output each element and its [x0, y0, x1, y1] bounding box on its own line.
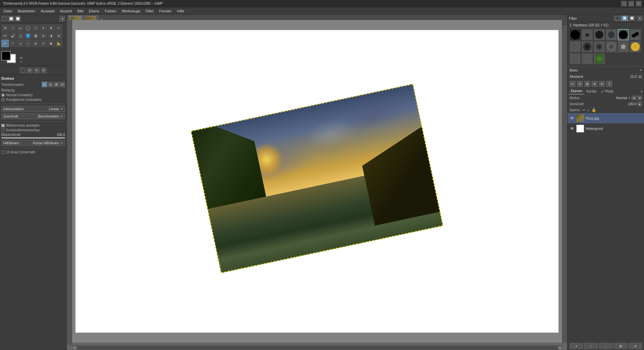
tool-perspective[interactable]: ⟡: [24, 40, 32, 47]
tool-measure[interactable]: 📐: [55, 40, 62, 47]
menu-hilfe[interactable]: Hilfe: [175, 8, 187, 14]
bottom-scroll[interactable]: ◂ ▸: [72, 345, 562, 350]
layer-new-btn[interactable]: +: [570, 343, 583, 349]
tool-bucket[interactable]: 🪣: [24, 32, 32, 39]
tool-rotate[interactable]: ↻: [1, 40, 9, 47]
modus-btn-1[interactable]: ⊕: [632, 96, 636, 100]
sperre-icon-lock[interactable]: 🔒: [592, 108, 596, 112]
brush-3[interactable]: [594, 29, 605, 40]
transform-btn-4[interactable]: ⊡: [60, 82, 65, 87]
brush-8[interactable]: [582, 41, 593, 52]
tool-select-rect[interactable]: ▭: [17, 24, 24, 32]
toolbox-tab-2[interactable]: ⬜: [8, 16, 14, 22]
menu-farben[interactable]: Farben: [103, 8, 119, 14]
modus-btn-2[interactable]: ⊗: [637, 96, 642, 100]
edit-icon-btn[interactable]: ✏: [570, 81, 576, 87]
refresh-icon-btn[interactable]: ↻: [599, 81, 605, 87]
tool-select-fuzzy[interactable]: ✦: [40, 24, 47, 32]
tool-eraser[interactable]: ◻: [17, 32, 24, 39]
menu-bearbeiten[interactable]: Bearbeiten: [15, 8, 38, 14]
brush-12[interactable]: [630, 41, 641, 52]
layer-eye-fluss[interactable]: 👁: [570, 116, 575, 121]
close-button[interactable]: ✕: [636, 1, 641, 6]
abstand-spin-up[interactable]: ▲: [638, 75, 642, 78]
scroll-track[interactable]: [77, 347, 557, 349]
tool-select-color[interactable]: ❖: [47, 24, 55, 32]
tool-smudge[interactable]: ⊕: [40, 32, 47, 39]
tool-paintbrush[interactable]: 🖌: [9, 32, 16, 39]
canvas-viewport[interactable]: [72, 20, 562, 343]
komposition-row[interactable]: Kompositionsvorschau: [1, 128, 65, 132]
menu-fenster[interactable]: Fenster: [157, 8, 174, 14]
rotated-image[interactable]: [191, 84, 443, 273]
tab-kanaele[interactable]: Kanäle: [584, 89, 599, 94]
tool-select-ellipse[interactable]: ◯: [24, 24, 32, 32]
layer-raise-btn[interactable]: ↑: [584, 343, 598, 349]
toolbox-bottom-2[interactable]: ↺: [27, 67, 33, 73]
tab-pfade[interactable]: 🖊 Pfade: [599, 89, 616, 94]
brush-7[interactable]: ░░░░: [570, 41, 581, 52]
tool-scale[interactable]: ⤢: [9, 40, 16, 47]
tool-shear[interactable]: ⊿: [17, 40, 24, 47]
bilddeckkraft-track[interactable]: [1, 137, 65, 139]
brush-9[interactable]: [594, 41, 605, 52]
tool-scissors[interactable]: ✂: [55, 24, 62, 32]
layer-item-fluss[interactable]: 👁 Fluss.jpg: [568, 113, 644, 124]
tool-clone[interactable]: ⊗: [55, 32, 62, 39]
minimize-button[interactable]: ─: [621, 1, 627, 6]
tool-select-free[interactable]: ⬡: [32, 24, 39, 32]
toolbox-tab-3[interactable]: ⬜: [15, 16, 21, 22]
toolbox-tab-1[interactable]: ⬛: [1, 16, 7, 22]
right-panel-tab-2[interactable]: ⬜: [621, 16, 628, 21]
scroll-left-btn[interactable]: ◂: [72, 346, 77, 350]
layer-tab-expand[interactable]: ▸: [641, 90, 643, 93]
radio-normal-row[interactable]: Normal (vorwärts): [1, 93, 65, 97]
layer-item-hintergrund[interactable]: 👁 Hintergrund: [568, 124, 644, 134]
brush-4[interactable]: [606, 29, 617, 40]
foreground-color-box[interactable]: [1, 51, 11, 60]
export-icon-btn[interactable]: ⤒: [606, 81, 612, 87]
duplicate-icon-btn[interactable]: ⊞: [584, 81, 590, 87]
hilfslinien-dropdown[interactable]: Hilfslinien Keine Hilfslinien ▼: [1, 140, 65, 146]
maximize-button[interactable]: □: [629, 1, 634, 6]
menu-bild[interactable]: Bild: [75, 8, 86, 14]
right-panel-tab-3[interactable]: ⬜: [629, 16, 635, 21]
brush-13[interactable]: ⋱⋰⋮⋮: [570, 53, 581, 64]
layer-eye-hintergrund[interactable]: 👁: [570, 126, 575, 131]
brush-5-selected[interactable]: [618, 29, 629, 40]
grad15-checkbox[interactable]: [1, 151, 5, 154]
toolbox-expand[interactable]: ◂: [59, 16, 65, 22]
interpolation-dropdown[interactable]: Interpolation Linear ▼: [1, 106, 65, 112]
menu-datei[interactable]: Datei: [1, 8, 15, 14]
swap-colors[interactable]: ⇄: [20, 56, 23, 59]
toolbox-bottom-3[interactable]: ✕: [34, 67, 40, 73]
new-icon-btn[interactable]: ↺: [577, 81, 583, 87]
tool-text[interactable]: A: [40, 40, 47, 47]
transform-btn-2[interactable]: ⊟: [48, 82, 53, 87]
layer-lower-btn[interactable]: ↓: [599, 343, 613, 349]
menu-auswahl[interactable]: Auswahl: [38, 8, 57, 14]
tool-dodge[interactable]: ◑: [47, 32, 55, 39]
transform-btn-3[interactable]: ⊠: [54, 82, 59, 87]
zuschnitt-dropdown[interactable]: Zuschnitt Beschneiden ▼: [1, 113, 65, 119]
menu-ebene[interactable]: Ebene: [87, 8, 102, 14]
radio-korr-row[interactable]: Korrigierend (rückwärts): [1, 98, 65, 102]
menu-werkzeuge[interactable]: Werkzeuge: [120, 8, 143, 14]
basic-arrow[interactable]: ▼: [639, 69, 642, 72]
layer-delete-btn[interactable]: ✕: [628, 343, 642, 349]
brush-15[interactable]: [594, 53, 605, 64]
brush-1[interactable]: [570, 29, 581, 40]
right-panel-tab-1[interactable]: ⬛: [614, 16, 621, 21]
transform-btn-1[interactable]: ⊞: [42, 82, 47, 87]
tool-flip[interactable]: ⇌: [32, 40, 39, 47]
toolbox-bottom-4[interactable]: ↻: [41, 67, 47, 73]
right-scrollbar[interactable]: [562, 27, 567, 343]
komposition-checkbox[interactable]: [1, 129, 5, 132]
menu-filter[interactable]: Filter: [143, 8, 156, 14]
tool-gradient[interactable]: ▦: [32, 32, 39, 39]
brush-2[interactable]: ★: [582, 29, 593, 40]
brush-10[interactable]: [606, 41, 617, 52]
brush-11[interactable]: ⬟: [618, 41, 629, 52]
radio-normal[interactable]: [1, 94, 5, 97]
reset-colors[interactable]: ⊙: [20, 60, 23, 63]
